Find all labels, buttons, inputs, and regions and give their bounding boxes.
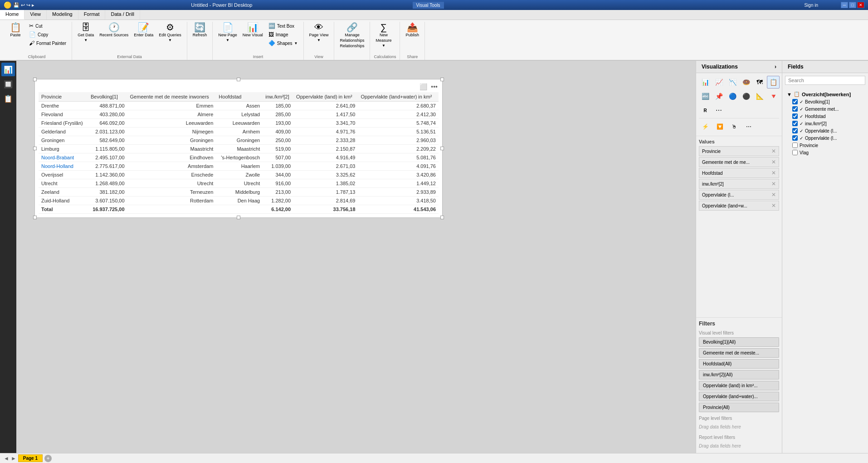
image-button[interactable]: 🖼Image [267,30,300,39]
field-opp-water[interactable]: ✓ Oppervlakte (l... [785,134,865,142]
resize-handle-br[interactable] [440,216,444,219]
page-nav-left[interactable]: ◄ [4,455,9,462]
resize-handle-top[interactable] [237,78,240,81]
field-gemeente[interactable]: ✓ Gemeente met... [785,105,865,113]
viz-table[interactable]: 📋 [767,76,780,89]
resize-handle-tl[interactable] [33,78,37,81]
viz-drill-icon[interactable]: 🖱 [728,120,741,133]
delete-hoofdstad[interactable]: ✕ [771,170,776,176]
col-hoofdstad[interactable]: Hoofdstad [216,92,263,102]
filter-opp-land[interactable]: Oppervlakte (land) in km²... [699,381,779,390]
viz-line[interactable]: 📉 [726,76,739,89]
new-visual-button[interactable]: 📊 New Visual [241,22,265,38]
field-hoofdstad[interactable]: ✓ Hoofdstad [785,113,865,120]
more-options-icon[interactable]: ••• [430,83,439,90]
expand-icon[interactable]: ⬜ [419,83,428,90]
value-opp-water[interactable]: Oppervlakte (land+w... ✕ [699,201,779,211]
filter-bevolking[interactable]: Bevolking[1](All) [699,337,779,347]
filter-inw[interactable]: inw./km²[2](All) [699,370,779,379]
recent-sources-button[interactable]: 🕐 Recent Sources [98,22,130,38]
new-measure-button[interactable]: ∑ New Measure ▼ [374,22,393,49]
page-view-button[interactable]: 👁 Page View ▼ [307,22,331,43]
canvas[interactable]: ⬜ ••• Provincie Bevolking[1] Gemeente me… [16,61,696,453]
tab-format[interactable]: Format [78,10,106,20]
col-gemeente[interactable]: Gemeente met de meeste inwoners [127,92,216,102]
resize-handle-left[interactable] [33,147,37,150]
col-opp-water[interactable]: Oppervlakte (land+water) in km² [358,92,439,102]
manage-relationships-button[interactable]: 🔗 Manage Relationships Relationships [338,22,366,49]
viz-more[interactable]: ⋯ [712,104,725,117]
page-1-tab[interactable]: Page 1 [18,454,43,462]
field-opp-land[interactable]: ✓ Oppervlakte (l... [785,127,865,134]
value-provincie[interactable]: Provincie ✕ [699,146,779,156]
text-box-button[interactable]: 🔤Text Box [267,22,300,30]
viz-analytics-icon[interactable]: ⋯ [742,120,755,133]
maximize-button[interactable]: □ [849,2,856,8]
delete-provincie[interactable]: ✕ [771,148,776,154]
viz-filter-icon[interactable]: 🔽 [713,120,726,133]
field-inw[interactable]: ✓ inw./km²[2] [785,120,865,127]
viz-stacked-bar[interactable]: 📊 [699,76,712,89]
delete-opp-water[interactable]: ✕ [771,202,776,209]
col-opp-land[interactable]: Oppervlakte (land) in km² [293,92,358,102]
viz-clustered-bar[interactable]: 📈 [712,76,725,89]
delete-opp-land[interactable]: ✕ [771,192,776,198]
field-bevolking[interactable]: ✓ Bevolking[1] [785,98,865,105]
viz-scatter[interactable]: ⚫ [740,90,752,103]
col-bevolking[interactable]: Bevolking[1] [88,92,127,102]
field-group-header-overzicht[interactable]: ▼ 📋 Overzicht[bewerken] [785,90,865,98]
viz-r[interactable]: R [699,104,712,117]
filter-opp-water[interactable]: Oppervlakte (land+water)... [699,392,779,401]
viz-funnel[interactable]: 🔻 [767,90,780,103]
col-inw[interactable]: inw./km²[2] [263,92,293,102]
refresh-button[interactable]: 🔄 Refresh [191,22,209,38]
cut-button[interactable]: ✂Cut [27,22,68,30]
delete-inw[interactable]: ✕ [771,181,776,187]
tab-home[interactable]: Home [0,10,24,20]
minimize-button[interactable]: ─ [841,2,848,8]
viz-card[interactable]: 🔤 [699,90,712,103]
field-provincie-unchecked[interactable]: Provincie [785,142,865,149]
filter-hoofdstad[interactable]: Hoofdstad(All) [699,359,779,369]
col-provincie[interactable]: Provincie [39,92,88,102]
delete-gemeente[interactable]: ✕ [771,159,776,165]
tab-data-drill[interactable]: Data / Drill [105,10,140,20]
format-painter-button[interactable]: 🖌Format Painter [27,39,68,47]
value-inw[interactable]: inw./km²[2] ✕ [699,179,779,189]
viz-map[interactable]: 🗺 [753,76,766,89]
viz-gauge[interactable]: 🔵 [726,90,739,103]
tab-view[interactable]: View [24,10,47,20]
tab-modeling[interactable]: Modeling [47,10,78,20]
resize-handle-bl[interactable] [33,216,37,219]
value-hoofdstad[interactable]: Hoofdstad ✕ [699,168,779,178]
sidebar-icon-report[interactable]: 📊 [1,63,15,76]
visualizations-expand[interactable]: › [775,64,776,70]
new-page-button[interactable]: 📄 New Page ▼ [216,22,239,43]
resize-handle-bottom[interactable] [237,216,240,219]
enter-data-button[interactable]: 📝 Enter Data [132,22,155,38]
copy-button[interactable]: 📄Copy [27,30,68,39]
signin-label[interactable]: Sign in [804,3,818,8]
sidebar-icon-relationships[interactable]: 📋 [1,92,15,105]
viz-waterfall[interactable]: 📐 [753,90,766,103]
paste-button[interactable]: 📋 Paste [5,22,25,38]
fields-search-input[interactable] [785,76,865,85]
viz-kpi[interactable]: 📌 [712,90,725,103]
table-visual[interactable]: ⬜ ••• Provincie Bevolking[1] Gemeente me… [34,79,443,218]
get-data-button[interactable]: 🗄 Get Data ▼ [76,22,96,43]
publish-button[interactable]: 📤 Publish [404,22,421,38]
viz-pie[interactable]: 🍩 [740,76,752,89]
field-vlag[interactable]: Vlag [785,149,865,156]
add-page-button[interactable]: + [44,455,52,462]
resize-handle-tr[interactable] [440,78,444,81]
page-nav-right[interactable]: ► [11,455,16,462]
sidebar-icon-data[interactable]: 🔲 [1,77,15,91]
value-gemeente[interactable]: Gemeente met de me... ✕ [699,157,779,167]
shapes-button[interactable]: 🔷Shapes ▼ [267,39,300,47]
quick-access[interactable]: 💾 ↩ ↪ ▸ [13,2,34,8]
filter-provincie[interactable]: Provincie(All) [699,403,779,412]
filter-gemeente[interactable]: Gemeente met de meeste... [699,348,779,358]
resize-handle-right[interactable] [440,147,444,150]
edit-queries-button[interactable]: ⚙ Edit Queries ▼ [157,22,183,43]
close-button[interactable]: ✕ [857,2,864,8]
